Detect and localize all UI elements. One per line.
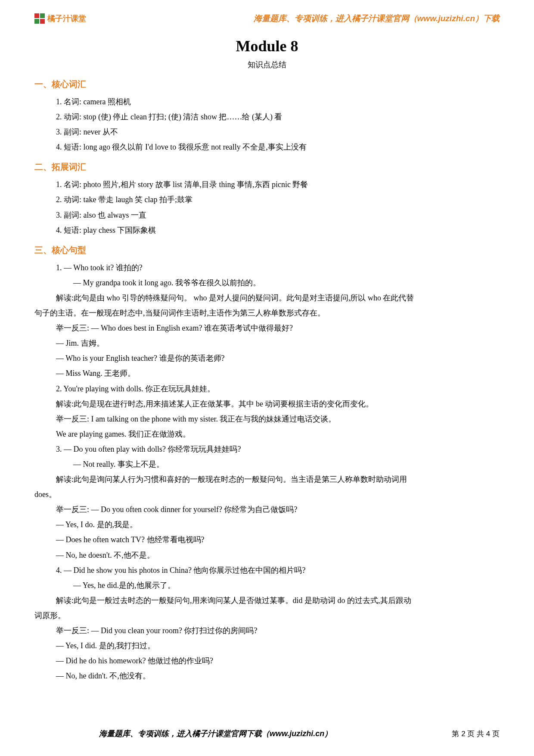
s3-ex3c: 举一反三: — Do you often cook dinner for you… — [34, 502, 500, 517]
s3-q4: 4. — Did he show you his photos in China… — [56, 563, 500, 578]
s2-line-3: 3. 副词: also 也 always 一直 — [56, 208, 500, 223]
page-number: 第 2 页 共 4 页 — [452, 729, 500, 739]
s2-line-4: 4. 短语: play chess 下国际象棋 — [56, 223, 500, 238]
logo-icon — [34, 13, 45, 24]
s3-ex3f: — No, he doesn't. 不,他不是。 — [34, 548, 500, 563]
s2-line-1: 1. 名词: photo 照片,相片 story 故事 list 清单,目录 t… — [56, 177, 500, 192]
s3-ex4e: — Did he do his homework? 他做过他的作业吗? — [34, 653, 500, 669]
s3-a3: — Not really. 事实上不是。 — [34, 457, 500, 472]
s3-ex4d: — Yes, I did. 是的,我打扫过。 — [34, 638, 500, 653]
s3-q3: 3. — Do you often play with dolls? 你经常玩玩… — [56, 442, 500, 457]
s3-ex4c: 举一反三: — Did you clean your room? 你打扫过你的房… — [34, 623, 500, 638]
page-title: Module 8 — [34, 37, 500, 55]
footer-banner: 海量题库、专项训练，进入橘子汁课堂官网下载（www.juzizhi.cn） — [99, 728, 332, 739]
header-banner: 海量题库、专项训练，进入橘子汁课堂官网（www.juzizhi.cn）下载 — [254, 13, 500, 24]
section-1-heading: 一、核心词汇 — [34, 78, 500, 90]
page-footer: 海量题库、专项训练，进入橘子汁课堂官网下载（www.juzizhi.cn） 第 … — [34, 728, 500, 739]
s3-q2: 2. You're playing with dolls. 你正在玩玩具娃娃。 — [56, 381, 500, 397]
s3-ex2a: 解读:此句是现在进行时态,用来描述某人正在做某事。其中 be 动词要根据主语的变… — [34, 397, 500, 412]
s3-ex4f: — No, he didn't. 不,他没有。 — [34, 669, 500, 684]
s3-ex3b: does。 — [34, 487, 500, 502]
page-header: 橘子汁课堂 海量题库、专项训练，进入橘子汁课堂官网（www.juzizhi.cn… — [34, 13, 500, 24]
section-2-heading: 二、拓展词汇 — [34, 161, 500, 173]
s3-ex1e: — Who is your English teacher? 谁是你的英语老师? — [34, 351, 500, 366]
s3-a4: — Yes, he did.是的,他展示了。 — [34, 578, 500, 593]
s3-a1: — My grandpa took it long ago. 我爷爷在很久以前拍… — [34, 275, 500, 291]
s2-line-2: 2. 动词: take 带走 laugh 笑 clap 拍手;鼓掌 — [56, 192, 500, 207]
s3-ex4b: 词原形。 — [34, 608, 500, 623]
section-3-heading: 三、核心句型 — [34, 244, 500, 256]
s3-ex3d: — Yes, I do. 是的,我是。 — [34, 517, 500, 532]
s3-ex1a: 解读:此句是由 who 引导的特殊疑问句。 who 是对人提问的疑问词。此句是对… — [34, 291, 500, 306]
s3-ex1c: 举一反三: — Who does best in English exam? 谁… — [34, 321, 500, 336]
s3-ex1b: 句子的主语。在一般现在时态中,当疑问词作主语时,主语作为第三人称单数形式存在。 — [34, 306, 500, 321]
page-subtitle: 知识点总结 — [34, 59, 500, 70]
s3-ex3e: — Does he often watch TV? 他经常看电视吗? — [34, 532, 500, 547]
logo-text: 橘子汁课堂 — [47, 13, 86, 24]
s1-line-2: 2. 动词: stop (使) 停止 clean 打扫; (使) 清洁 show… — [56, 109, 500, 125]
s3-ex2b: 举一反三: I am talking on the phone with my … — [34, 412, 500, 427]
s1-line-1: 1. 名词: camera 照相机 — [56, 94, 500, 109]
s3-ex2c: We are playing games. 我们正在做游戏。 — [34, 427, 500, 442]
s1-line-4: 4. 短语: long ago 很久以前 I'd love to 我很乐意 no… — [56, 140, 500, 155]
brand-logo: 橘子汁课堂 — [34, 13, 86, 24]
s3-ex3a: 解读:此句是询问某人行为习惯和喜好的一般现在时态的一般疑问句。当主语是第三人称单… — [34, 472, 500, 487]
s3-ex1d: — Jim. 吉姆。 — [34, 336, 500, 351]
s3-ex1f: — Miss Wang. 王老师。 — [34, 366, 500, 381]
s3-ex4a: 解读:此句是一般过去时态的一般疑问句,用来询问某人是否做过某事。did 是助动词… — [34, 593, 500, 608]
s3-q1: 1. — Who took it? 谁拍的? — [56, 260, 500, 275]
s1-line-3: 3. 副词: never 从不 — [56, 125, 500, 140]
